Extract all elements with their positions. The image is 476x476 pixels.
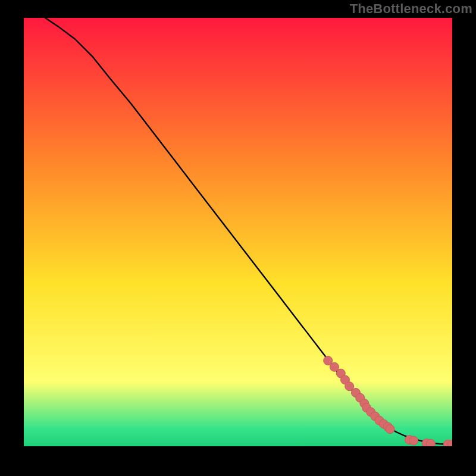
data-marker [427, 439, 436, 446]
chart-svg [24, 18, 452, 446]
data-marker [409, 436, 418, 445]
chart-frame: TheBottleneck.com [0, 0, 476, 476]
plot-area [24, 18, 452, 446]
gradient-background [24, 18, 452, 446]
data-marker [386, 425, 394, 434]
attribution-text: TheBottleneck.com [350, 1, 472, 17]
